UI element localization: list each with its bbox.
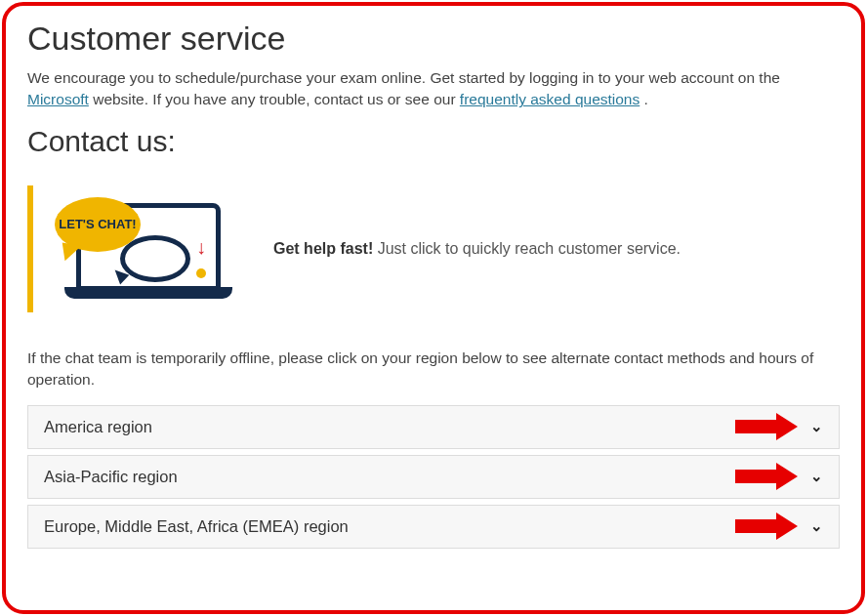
region-item-emea[interactable]: Europe, Middle East, Africa (EMEA) regio… [27,505,840,549]
intro-text-pre: We encourage you to schedule/purchase yo… [27,69,780,86]
page-title: Customer service [27,20,840,58]
intro-paragraph: We encourage you to schedule/purchase yo… [27,67,840,111]
chevron-down-icon: ⌄ [810,418,823,435]
region-item-america[interactable]: America region ⌄ [27,405,840,449]
microsoft-link[interactable]: Microsoft [27,91,89,107]
annotation-arrow-icon [735,513,805,540]
page-frame: Customer service We encourage you to sch… [2,2,865,614]
download-arrow-icon: ↓ [196,237,206,257]
region-item-asia-pacific[interactable]: Asia-Pacific region ⌄ [27,455,840,499]
region-label: Europe, Middle East, Africa (EMEA) regio… [44,517,349,536]
intro-text-mid: website. If you have any trouble, contac… [93,91,460,107]
intro-text-post: . [644,91,648,107]
faq-link[interactable]: frequently asked questions [460,91,640,107]
chevron-down-icon: ⌄ [810,517,823,535]
laptop-base-icon [64,287,232,299]
speech-bubble-icon [120,235,190,282]
chat-bold-text: Get help fast! [273,240,373,257]
chat-banner-message: Get help fast! Just click to quickly rea… [234,240,840,258]
region-label: Asia-Pacific region [44,468,178,486]
lets-chat-bubble-text: LET'S CHAT! [59,218,136,231]
offline-note: If the chat team is temporarily offline,… [27,348,840,391]
chevron-down-icon: ⌄ [810,468,823,485]
region-label: America region [44,418,152,436]
annotation-arrow-icon [735,413,805,440]
annotation-arrow-icon [735,463,805,490]
region-accordion: America region ⌄ Asia-Pacific region ⌄ E… [27,405,840,549]
chat-banner[interactable]: ↓ LET'S CHAT! Get help fast! Just click … [27,185,840,312]
lets-chat-bubble-icon: LET'S CHAT! [55,197,141,252]
chat-rest-text: Just click to quickly reach customer ser… [373,240,681,257]
status-dot-icon [196,268,206,278]
chat-illustration: ↓ LET'S CHAT! [59,195,234,303]
contact-heading: Contact us: [27,125,840,158]
